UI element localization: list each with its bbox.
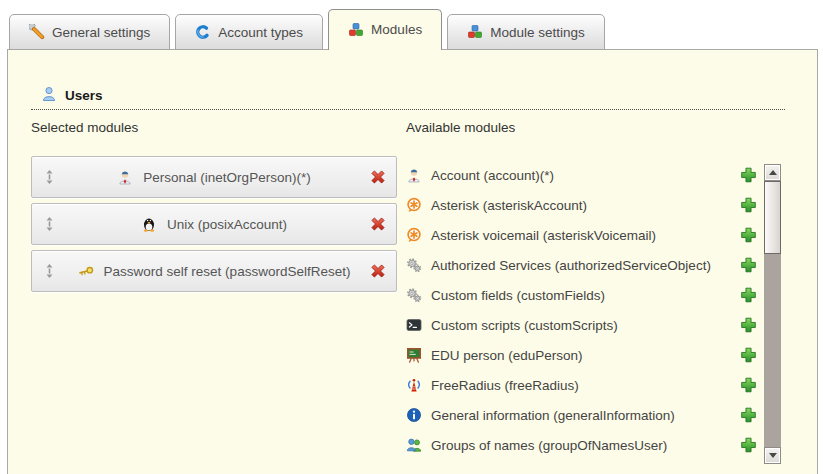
available-module-row: General information (generalInformation) — [406, 400, 770, 430]
modules-icon — [348, 22, 364, 38]
remove-module-button[interactable] — [369, 215, 387, 233]
info-icon — [406, 407, 422, 423]
add-module-button[interactable] — [740, 347, 757, 364]
add-icon — [740, 377, 757, 394]
add-icon — [740, 287, 757, 304]
add-icon — [740, 227, 757, 244]
person-icon — [117, 169, 133, 185]
add-module-button[interactable] — [740, 197, 757, 214]
available-module-row: FreeRadius (freeRadius) — [406, 370, 770, 400]
available-module-row: Asterisk (asteriskAccount) — [406, 190, 770, 220]
delete-icon — [369, 168, 387, 186]
add-module-button[interactable] — [740, 287, 757, 304]
available-module-label: Account (account)(*) — [431, 168, 554, 183]
antenna-icon — [406, 377, 422, 393]
add-module-button[interactable] — [740, 317, 757, 334]
add-module-button[interactable] — [740, 407, 757, 424]
tab-module-settings[interactable]: Module settings — [447, 14, 605, 50]
available-module-row: Custom scripts (customScripts) — [406, 310, 770, 340]
available-module-row: EDU person (eduPerson) — [406, 340, 770, 370]
wrench-icon — [29, 24, 45, 40]
add-icon — [740, 167, 757, 184]
add-module-button[interactable] — [740, 257, 757, 274]
users-section-title: Users — [65, 88, 103, 103]
key-icon — [78, 263, 94, 279]
delete-icon — [369, 262, 387, 280]
add-icon — [740, 437, 757, 454]
group-icon — [406, 437, 422, 453]
lam-config-window: General settings Account types Modules M… — [0, 0, 823, 474]
available-module-label: Authorized Services (authorizedServiceOb… — [431, 258, 711, 273]
available-module-label: EDU person (eduPerson) — [431, 348, 583, 363]
scrollbar-down-button[interactable] — [764, 447, 781, 464]
scrollbar-thumb[interactable] — [764, 181, 781, 254]
available-module-label: General information (generalInformation) — [431, 408, 675, 423]
tab-label: General settings — [52, 25, 150, 40]
scrollbar-track[interactable] — [764, 254, 781, 447]
available-module-row: Authorized Services (authorizedServiceOb… — [406, 250, 770, 280]
tab-label: Module settings — [490, 25, 585, 40]
terminal-icon — [406, 317, 422, 333]
selected-module-label: Password self reset (passwordSelfReset) — [104, 264, 351, 279]
selected-modules-column: Selected modules Personal (inetOrgPerson… — [31, 120, 397, 297]
delete-icon — [369, 215, 387, 233]
scrollbar-up-button[interactable] — [764, 164, 781, 181]
tab-bar: General settings Account types Modules M… — [9, 0, 818, 50]
add-module-button[interactable] — [740, 227, 757, 244]
available-module-row: Account (account)(*) — [406, 160, 770, 190]
tab-account-types[interactable]: Account types — [175, 14, 323, 50]
add-module-button[interactable] — [740, 377, 757, 394]
modules-tab-panel: Users Selected modules Personal (inetOrg… — [7, 49, 818, 474]
remove-module-button[interactable] — [369, 168, 387, 186]
selected-module-label: Personal (inetOrgPerson)(*) — [143, 170, 310, 185]
up-arrow-icon — [769, 170, 777, 175]
drag-handle-icon[interactable] — [45, 217, 54, 232]
available-module-label: Asterisk voicemail (asteriskVoicemail) — [431, 228, 656, 243]
gears-icon — [406, 257, 422, 273]
add-module-button[interactable] — [740, 167, 757, 184]
tab-label: Account types — [218, 25, 303, 40]
available-modules-scrollbar[interactable] — [764, 164, 781, 464]
add-module-button[interactable] — [740, 437, 757, 454]
add-icon — [740, 347, 757, 364]
add-icon — [740, 317, 757, 334]
remove-module-button[interactable] — [369, 262, 387, 280]
selected-module-item[interactable]: Personal (inetOrgPerson)(*) — [31, 156, 397, 198]
section-divider — [31, 109, 785, 110]
available-modules-label: Available modules — [406, 120, 770, 135]
available-module-label: Groups of names (groupOfNamesUser) — [431, 438, 667, 453]
selected-modules-list: Personal (inetOrgPerson)(*) Unix (posixA… — [31, 156, 397, 292]
drag-handle-icon[interactable] — [45, 170, 54, 185]
down-arrow-icon — [769, 453, 777, 458]
blackboard-icon — [406, 347, 422, 363]
available-module-row: Custom fields (customFields) — [406, 280, 770, 310]
selected-module-item[interactable]: Password self reset (passwordSelfReset) — [31, 250, 397, 292]
available-modules-list: Account (account)(*) Asterisk (asteriskA… — [406, 160, 770, 460]
tab-modules[interactable]: Modules — [328, 9, 442, 50]
account-types-icon — [195, 24, 211, 40]
drag-handle-icon[interactable] — [45, 264, 54, 279]
person-icon — [406, 167, 422, 183]
available-module-row: Asterisk voicemail (asteriskVoicemail) — [406, 220, 770, 250]
asterisk-icon — [406, 227, 422, 243]
users-section-heading: Users — [41, 86, 103, 105]
modules-icon — [467, 24, 483, 40]
available-module-label: FreeRadius (freeRadius) — [431, 378, 579, 393]
selected-modules-label: Selected modules — [31, 120, 397, 135]
selected-module-label: Unix (posixAccount) — [167, 217, 287, 232]
add-icon — [740, 257, 757, 274]
available-modules-column: Available modules Account (account)(*) A… — [406, 120, 770, 460]
available-module-row: Groups of names (groupOfNamesUser) — [406, 430, 770, 460]
add-icon — [740, 407, 757, 424]
asterisk-icon — [406, 197, 422, 213]
add-icon — [740, 197, 757, 214]
user-icon — [41, 86, 57, 105]
available-module-label: Custom fields (customFields) — [431, 288, 605, 303]
available-module-label: Custom scripts (customScripts) — [431, 318, 618, 333]
available-module-label: Asterisk (asteriskAccount) — [431, 198, 587, 213]
tux-icon — [141, 216, 157, 232]
gears-icon — [406, 287, 422, 303]
selected-module-item[interactable]: Unix (posixAccount) — [31, 203, 397, 245]
tab-general-settings[interactable]: General settings — [9, 14, 170, 50]
tab-label: Modules — [371, 22, 422, 37]
